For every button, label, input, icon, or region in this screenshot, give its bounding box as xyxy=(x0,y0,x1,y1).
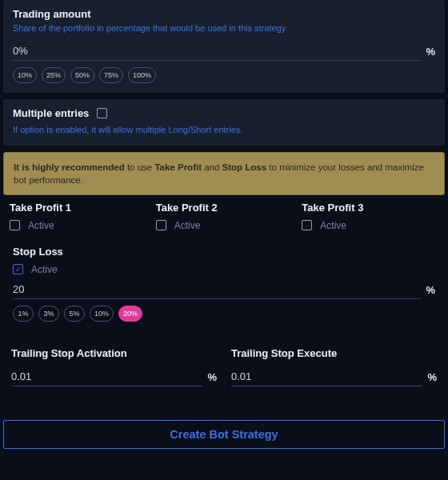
stop-loss-suffix: % xyxy=(426,284,435,299)
trailing-activation: Trailing Stop Activation % xyxy=(11,347,217,393)
stop-loss-title: Stop Loss xyxy=(13,246,435,258)
trailing-activation-input[interactable] xyxy=(11,367,202,386)
take-profit-2-active-label: Active xyxy=(174,220,201,231)
multiple-entries-help: If option is enabled, it will allow mult… xyxy=(13,124,435,135)
sl-preset-3[interactable]: 3% xyxy=(38,306,59,322)
preset-50[interactable]: 50% xyxy=(70,67,94,83)
trailing-activation-suffix: % xyxy=(207,371,217,386)
take-profit-1-active-label: Active xyxy=(28,220,54,231)
trading-amount-help: Share of the portfolio in percentage tha… xyxy=(13,22,435,34)
action-row: Create Bot Strategy xyxy=(0,404,448,455)
take-profit-3: Take Profit 3 Active xyxy=(302,202,438,231)
percent-suffix: % xyxy=(426,46,435,61)
take-profit-3-title: Take Profit 3 xyxy=(302,202,438,214)
multiple-entries-section: Multiple entries If option is enabled, i… xyxy=(3,99,445,145)
trailing-execute-input[interactable] xyxy=(231,367,422,386)
sl-preset-10[interactable]: 10% xyxy=(90,306,114,322)
preset-10[interactable]: 10% xyxy=(13,67,37,83)
take-profit-3-checkbox[interactable] xyxy=(302,220,312,230)
trailing-execute-title: Trailing Stop Execute xyxy=(231,347,437,359)
stop-loss-checkbox[interactable]: ✓ xyxy=(13,264,23,274)
sl-preset-1[interactable]: 1% xyxy=(13,306,34,322)
trailing-execute: Trailing Stop Execute % xyxy=(231,347,437,393)
trailing-execute-suffix: % xyxy=(427,371,437,386)
sl-preset-20[interactable]: 20% xyxy=(118,306,142,322)
stop-loss-section: Stop Loss ✓ Active % 1% 3% 5% 10% 20% xyxy=(3,238,445,334)
take-profit-1-checkbox[interactable] xyxy=(10,220,20,230)
banner-strong-sl: Stop Loss xyxy=(222,162,267,172)
create-bot-strategy-button[interactable]: Create Bot Strategy xyxy=(3,420,445,449)
take-profit-2-title: Take Profit 2 xyxy=(156,202,293,214)
take-profit-1-title: Take Profit 1 xyxy=(10,202,146,214)
trailing-row: Trailing Stop Activation % Trailing Stop… xyxy=(0,341,448,404)
take-profit-3-active-label: Active xyxy=(320,220,346,231)
take-profit-1: Take Profit 1 Active xyxy=(10,202,146,231)
take-profit-row: Take Profit 1 Active Take Profit 2 Activ… xyxy=(3,202,445,231)
recommendation-banner: It is highly recommended to use Take Pro… xyxy=(3,152,445,195)
trailing-activation-title: Trailing Stop Activation xyxy=(11,347,217,359)
banner-strong-tp: Take Profit xyxy=(154,162,202,172)
banner-strong-1: It is highly recommended xyxy=(14,162,127,172)
trading-amount-presets: 10% 25% 50% 75% 100% xyxy=(13,67,435,83)
multiple-entries-checkbox[interactable] xyxy=(97,108,107,118)
stop-loss-active-label: Active xyxy=(31,264,58,275)
preset-75[interactable]: 75% xyxy=(99,67,123,83)
take-profit-2: Take Profit 2 Active xyxy=(156,202,293,231)
take-profit-2-checkbox[interactable] xyxy=(156,220,166,230)
stop-loss-presets: 1% 3% 5% 10% 20% xyxy=(13,306,435,322)
stop-loss-input[interactable] xyxy=(13,280,421,299)
trading-amount-section: Trading amount Share of the portfolio in… xyxy=(3,0,445,93)
preset-100[interactable]: 100% xyxy=(128,67,156,83)
preset-25[interactable]: 25% xyxy=(42,67,66,83)
sl-preset-5[interactable]: 5% xyxy=(64,306,85,322)
trading-amount-input[interactable] xyxy=(13,42,421,61)
multiple-entries-title: Multiple entries xyxy=(13,107,89,119)
trading-amount-title: Trading amount xyxy=(13,8,435,20)
